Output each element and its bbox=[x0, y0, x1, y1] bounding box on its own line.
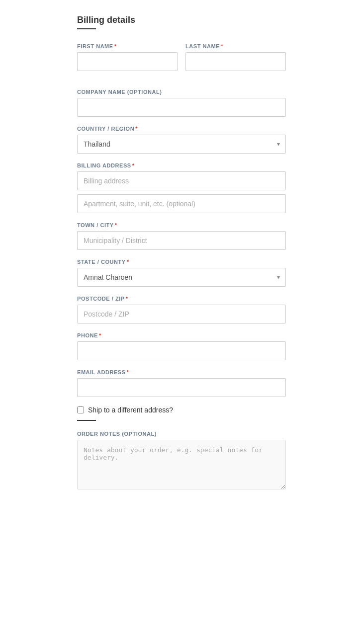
name-row: FIRST NAME* LAST NAME* bbox=[77, 43, 286, 80]
ship-different-row: Ship to a different address? bbox=[77, 406, 286, 414]
first-name-label: FIRST NAME* bbox=[77, 43, 178, 49]
state-county-label: STATE / COUNTY* bbox=[77, 259, 286, 265]
postcode-zip-input[interactable] bbox=[77, 305, 286, 323]
town-city-group: TOWN / CITY* bbox=[77, 222, 286, 250]
state-county-required: * bbox=[127, 259, 129, 265]
first-name-group: FIRST NAME* bbox=[77, 43, 178, 71]
phone-required: * bbox=[99, 332, 101, 338]
state-county-select[interactable]: Amnat Charoen Bangkok Chiang Mai Phuket bbox=[77, 268, 286, 287]
order-notes-group: ORDER NOTES (OPTIONAL) bbox=[77, 431, 286, 489]
phone-input[interactable] bbox=[77, 341, 286, 360]
email-address-required: * bbox=[127, 369, 129, 375]
order-notes-label: ORDER NOTES (OPTIONAL) bbox=[77, 431, 286, 437]
country-region-required: * bbox=[135, 126, 138, 132]
section-divider bbox=[77, 420, 96, 421]
billing-address-required: * bbox=[132, 162, 135, 168]
postcode-zip-label: POSTCODE / ZIP* bbox=[77, 296, 286, 302]
town-city-input[interactable] bbox=[77, 231, 286, 250]
country-region-label: COUNTRY / REGION* bbox=[77, 126, 286, 132]
email-address-input[interactable] bbox=[77, 378, 286, 397]
page-wrapper: Billing details FIRST NAME* LAST NAME* C… bbox=[0, 0, 363, 644]
page-title: Billing details bbox=[77, 15, 286, 25]
postcode-zip-required: * bbox=[126, 296, 128, 302]
billing-address-line1-input[interactable] bbox=[77, 171, 286, 190]
country-region-select-wrapper: Thailand United States United Kingdom Au… bbox=[77, 135, 286, 154]
first-name-input[interactable] bbox=[77, 52, 178, 71]
town-city-label: TOWN / CITY* bbox=[77, 222, 286, 228]
ship-different-label: Ship to a different address? bbox=[88, 406, 173, 414]
last-name-label: LAST NAME* bbox=[185, 43, 286, 49]
phone-group: PHONE* bbox=[77, 332, 286, 360]
ship-different-checkbox[interactable] bbox=[77, 406, 84, 413]
email-address-label: EMAIL ADDRESS* bbox=[77, 369, 286, 375]
billing-address-line2-input[interactable] bbox=[77, 194, 286, 213]
email-address-group: EMAIL ADDRESS* bbox=[77, 369, 286, 397]
phone-label: PHONE* bbox=[77, 332, 286, 338]
last-name-required: * bbox=[221, 43, 223, 49]
country-region-select[interactable]: Thailand United States United Kingdom Au… bbox=[77, 135, 286, 154]
town-city-required: * bbox=[115, 222, 117, 228]
postcode-zip-group: POSTCODE / ZIP* bbox=[77, 296, 286, 323]
billing-address-group: BILLING ADDRESS* bbox=[77, 162, 286, 213]
company-name-label: COMPANY NAME (OPTIONAL) bbox=[77, 89, 286, 95]
title-divider bbox=[77, 28, 96, 29]
company-name-input[interactable] bbox=[77, 98, 286, 117]
order-notes-textarea[interactable] bbox=[77, 440, 286, 489]
last-name-group: LAST NAME* bbox=[185, 43, 286, 71]
billing-address-label: BILLING ADDRESS* bbox=[77, 162, 286, 168]
country-region-group: COUNTRY / REGION* Thailand United States… bbox=[77, 126, 286, 154]
last-name-input[interactable] bbox=[185, 52, 286, 71]
first-name-required: * bbox=[114, 43, 117, 49]
company-name-group: COMPANY NAME (OPTIONAL) bbox=[77, 89, 286, 117]
state-county-select-wrapper: Amnat Charoen Bangkok Chiang Mai Phuket bbox=[77, 268, 286, 287]
state-county-group: STATE / COUNTY* Amnat Charoen Bangkok Ch… bbox=[77, 259, 286, 287]
